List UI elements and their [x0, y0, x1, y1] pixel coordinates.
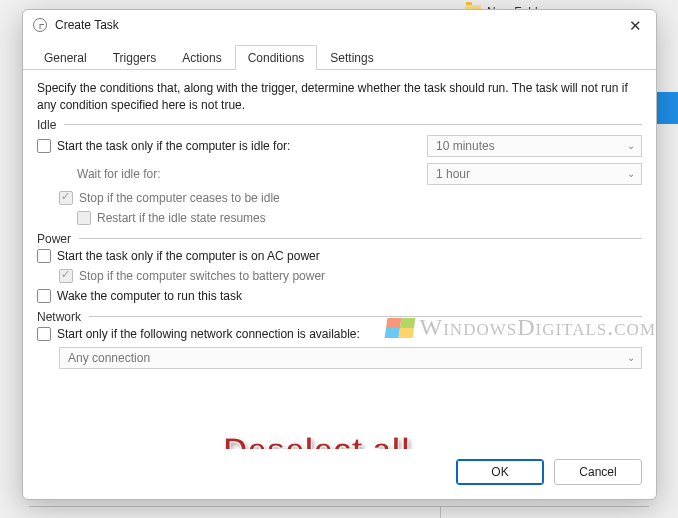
conditions-description: Specify the conditions that, along with …	[37, 80, 642, 114]
row-wake-to-run: Wake the computer to run this task	[37, 286, 642, 306]
label-start-if-network: Start only if the following network conn…	[57, 327, 360, 341]
row-stop-on-battery: Stop if the computer switches to battery…	[37, 266, 642, 286]
tab-triggers[interactable]: Triggers	[100, 45, 170, 70]
tab-actions[interactable]: Actions	[169, 45, 234, 70]
tabbar: General Triggers Actions Conditions Sett…	[23, 40, 656, 70]
group-network: Network	[37, 310, 642, 324]
checkbox-start-if-network[interactable]	[37, 327, 51, 341]
row-start-if-idle: Start the task only if the computer is i…	[37, 132, 642, 160]
checkbox-restart-if-idle	[77, 211, 91, 225]
ok-button[interactable]: OK	[456, 459, 544, 485]
annotation-deselect-all: Deselect all	[223, 430, 410, 449]
label-stop-if-not-idle: Stop if the computer ceases to be idle	[79, 191, 280, 205]
group-power-divider	[79, 238, 642, 239]
label-start-on-ac: Start the task only if the computer is o…	[57, 249, 320, 263]
label-wake-to-run: Wake the computer to run this task	[57, 289, 242, 303]
chevron-down-icon: ⌄	[627, 168, 635, 179]
tab-settings[interactable]: Settings	[317, 45, 386, 70]
row-network-connection: Any connection ⌄	[37, 344, 642, 372]
group-idle-label: Idle	[37, 118, 56, 132]
checkbox-start-on-ac[interactable]	[37, 249, 51, 263]
cancel-button[interactable]: Cancel	[554, 459, 642, 485]
dialog-footer: OK Cancel	[23, 449, 656, 499]
tab-content-conditions: Specify the conditions that, along with …	[23, 70, 656, 449]
checkbox-stop-on-battery	[59, 269, 73, 283]
tab-conditions[interactable]: Conditions	[235, 45, 318, 70]
combo-wait-duration-value: 1 hour	[436, 167, 470, 181]
group-power-label: Power	[37, 232, 71, 246]
combo-idle-duration-value: 10 minutes	[436, 139, 495, 153]
checkbox-stop-if-not-idle	[59, 191, 73, 205]
group-power: Power	[37, 232, 642, 246]
dialog-title: Create Task	[55, 18, 620, 32]
background-selection-highlight	[654, 92, 678, 124]
group-idle: Idle	[37, 118, 642, 132]
background-bottom-edge	[29, 506, 649, 518]
row-stop-if-not-idle: Stop if the computer ceases to be idle	[37, 188, 642, 208]
chevron-down-icon: ⌄	[627, 140, 635, 151]
row-start-if-network: Start only if the following network conn…	[37, 324, 642, 344]
row-wait-for-idle: Wait for idle for: 1 hour ⌄	[37, 160, 642, 188]
combo-network-connection-value: Any connection	[68, 351, 150, 365]
checkbox-start-if-idle[interactable]	[37, 139, 51, 153]
checkbox-wake-to-run[interactable]	[37, 289, 51, 303]
row-restart-if-idle: Restart if the idle state resumes	[37, 208, 642, 228]
clock-icon	[33, 18, 47, 32]
label-stop-on-battery: Stop if the computer switches to battery…	[79, 269, 325, 283]
titlebar: Create Task ✕	[23, 10, 656, 40]
background-bottom-separator	[440, 506, 441, 518]
chevron-down-icon: ⌄	[627, 352, 635, 363]
create-task-dialog: Create Task ✕ General Triggers Actions C…	[22, 9, 657, 500]
combo-network-connection[interactable]: Any connection ⌄	[59, 347, 642, 369]
close-button[interactable]: ✕	[620, 13, 650, 37]
group-idle-divider	[64, 124, 642, 125]
group-network-label: Network	[37, 310, 81, 324]
combo-idle-duration[interactable]: 10 minutes ⌄	[427, 135, 642, 157]
close-icon: ✕	[629, 18, 642, 33]
tab-general[interactable]: General	[31, 45, 100, 70]
label-start-if-idle: Start the task only if the computer is i…	[57, 139, 290, 153]
label-wait-for-idle: Wait for idle for:	[77, 167, 161, 181]
group-network-divider	[89, 316, 642, 317]
row-start-on-ac: Start the task only if the computer is o…	[37, 246, 642, 266]
label-restart-if-idle: Restart if the idle state resumes	[97, 211, 266, 225]
combo-wait-duration[interactable]: 1 hour ⌄	[427, 163, 642, 185]
